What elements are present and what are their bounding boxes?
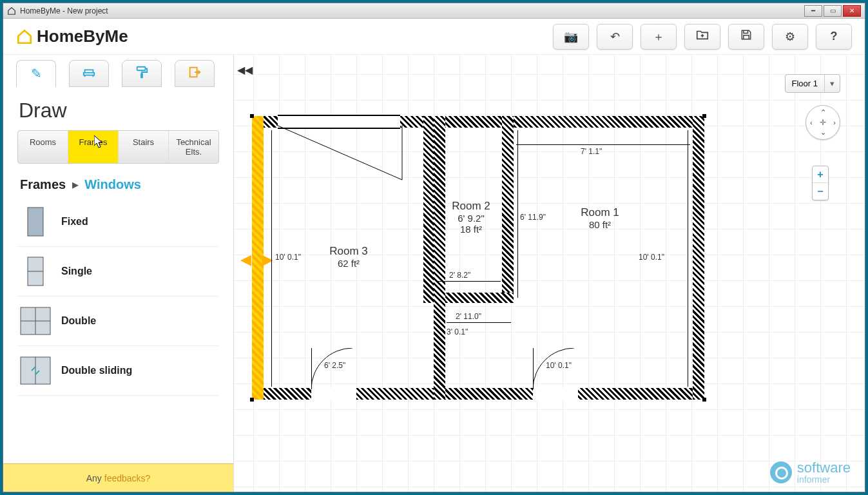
furniture-icon <box>82 65 96 82</box>
dimension-label: 6' 11.9" <box>520 213 546 222</box>
sub-tab-stairs[interactable]: Stairs <box>119 131 169 163</box>
import-button[interactable] <box>684 24 720 50</box>
undo-button[interactable]: ↶ <box>597 24 633 50</box>
item-label: Single <box>61 266 92 277</box>
dimension-label: 2' 11.0" <box>456 312 481 321</box>
dimension-label: 6' 2.5" <box>324 361 345 370</box>
window-double-icon <box>20 306 51 336</box>
folder-add-icon <box>695 28 709 45</box>
tab-draw[interactable]: ✎ <box>16 60 56 87</box>
breadcrumb-child: Windows <box>84 177 141 191</box>
mouse-cursor-icon <box>94 135 104 151</box>
logo-text: HomeByMe <box>37 26 128 46</box>
feedback-bar[interactable]: Any feedbacks? <box>3 463 233 492</box>
pencil-icon: ✎ <box>31 66 42 81</box>
zoom-out-button[interactable]: − <box>813 183 828 200</box>
list-item[interactable]: Double sliding <box>17 346 219 396</box>
dimension-label: 7' 1.1" <box>581 147 602 156</box>
help-button[interactable]: ? <box>816 24 852 50</box>
list-item[interactable]: Fixed <box>17 197 219 247</box>
help-icon: ? <box>831 30 838 43</box>
pan-control: ⌃ ⌄ ‹ › ✛ <box>805 105 840 140</box>
sub-tab-technical[interactable]: Technical Elts. <box>169 131 218 163</box>
top-toolbar: HomeByMe 📷 ↶ ＋ ⚙ ? <box>3 19 865 55</box>
paint-roller-icon <box>135 65 149 82</box>
dimension-label: 3' 0.1" <box>447 327 468 336</box>
dimension-label: 2' 8.2" <box>449 271 470 280</box>
undo-icon: ↶ <box>610 30 620 44</box>
export-icon <box>188 65 202 82</box>
screenshot-button[interactable]: 📷 <box>553 24 589 50</box>
item-label: Double <box>61 315 96 327</box>
sidebar: ✎ Draw Rooms Frames Stairs Technical Elt… <box>3 55 234 492</box>
wall-drag-handle-left[interactable]: ◀ <box>240 251 255 266</box>
sub-tab-frames[interactable]: Frames <box>68 131 119 163</box>
list-item[interactable]: Double <box>17 296 219 346</box>
dimension-label: 10' 0.1" <box>546 361 572 370</box>
gear-icon: ⚙ <box>785 30 795 44</box>
panel-title: Draw <box>3 87 233 130</box>
window-titlebar: HomeByMe - New project ━ ▭ ✕ <box>3 3 865 19</box>
room-label: Room 2 6' 9.2" 18 ft² <box>439 200 503 235</box>
watermark: software informer <box>770 461 851 484</box>
pan-up-button[interactable]: ⌃ <box>820 108 826 117</box>
window-fixed-icon <box>20 206 51 237</box>
dimension-label: 10' 0.1" <box>639 253 664 262</box>
logo-icon <box>16 28 33 45</box>
chevron-double-left-icon: ◀◀ <box>237 64 253 76</box>
pan-right-button[interactable]: › <box>833 119 836 126</box>
floor-label: Floor 1 <box>786 75 824 92</box>
item-list: Fixed Single Double Double sliding <box>3 197 233 463</box>
tab-share[interactable] <box>175 60 215 87</box>
item-label: Fixed <box>61 216 88 228</box>
breadcrumb-parent[interactable]: Frames <box>20 177 66 191</box>
item-label: Double sliding <box>61 365 132 376</box>
save-button[interactable] <box>728 24 764 50</box>
feedback-prefix: Any <box>86 473 102 483</box>
minimize-button[interactable]: ━ <box>804 5 822 17</box>
close-button[interactable]: ✕ <box>843 5 861 17</box>
settings-button[interactable]: ⚙ <box>772 24 808 50</box>
pan-down-button[interactable]: ⌄ <box>820 128 826 137</box>
breadcrumb: Frames ▸ Windows <box>3 164 233 197</box>
floor-selector[interactable]: Floor 1 ▾ <box>785 74 840 93</box>
svg-line-10 <box>276 125 402 180</box>
sub-tabs: Rooms Frames Stairs Technical Elts. <box>17 130 219 164</box>
zoom-in-button[interactable]: + <box>813 166 828 183</box>
collapse-sidebar-button[interactable]: ◀◀ <box>235 60 255 79</box>
plus-icon: ＋ <box>653 29 664 44</box>
floor-plan: ◀ ▶ Room 3 62 ft² <box>252 116 704 400</box>
room-label: Room 3 62 ft² <box>310 245 387 269</box>
app-icon <box>7 6 16 15</box>
add-button[interactable]: ＋ <box>641 24 677 50</box>
sub-tab-rooms[interactable]: Rooms <box>18 131 68 163</box>
feedback-link[interactable]: feedbacks? <box>104 473 151 483</box>
svg-rect-2 <box>28 208 43 236</box>
app-logo[interactable]: HomeByMe <box>16 26 128 46</box>
window-single-icon <box>20 256 51 287</box>
tab-decorate[interactable] <box>122 60 162 87</box>
wall-drag-handle-right[interactable]: ▶ <box>262 251 276 266</box>
svg-rect-0 <box>137 66 146 70</box>
watermark-icon <box>770 461 792 483</box>
pan-left-button[interactable]: ‹ <box>810 119 813 126</box>
chevron-down-icon: ▾ <box>824 75 840 92</box>
maximize-button[interactable]: ▭ <box>824 5 842 17</box>
window-double-sliding-icon <box>20 355 51 386</box>
save-icon <box>740 28 753 44</box>
window-title: HomeByMe - New project <box>20 6 804 15</box>
tab-furnish[interactable] <box>69 60 109 87</box>
room-label: Room 1 80 ft² <box>561 206 639 230</box>
camera-icon: 📷 <box>564 30 578 44</box>
floor-plan-canvas[interactable]: Floor 1 ▾ ⌃ ⌄ ‹ › ✛ + − <box>234 55 865 492</box>
chevron-right-icon: ▸ <box>70 177 81 191</box>
dimension-label: 10' 0.1" <box>275 253 301 262</box>
pan-center-button[interactable]: ✛ <box>820 118 826 127</box>
zoom-control: + − <box>812 166 829 200</box>
list-item[interactable]: Single <box>17 247 219 296</box>
